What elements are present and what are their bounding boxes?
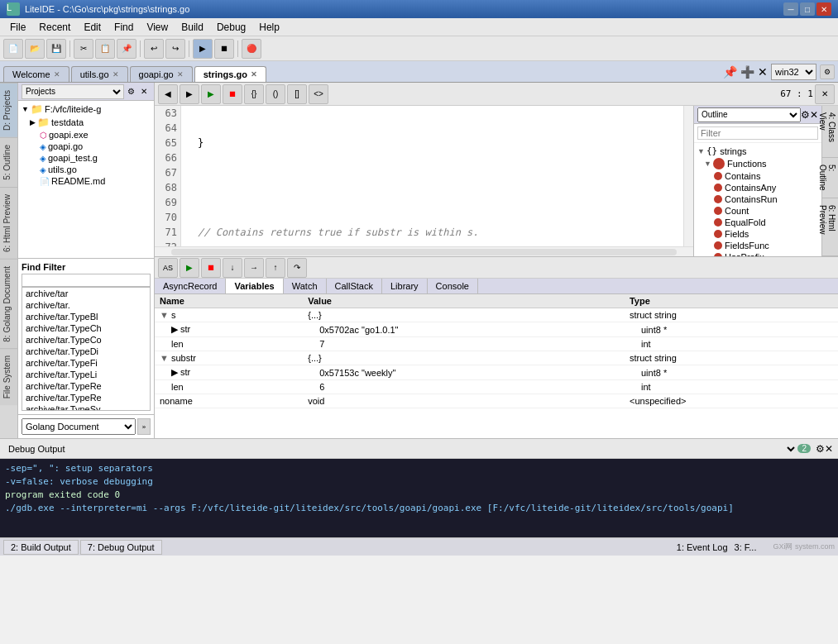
tree-item-goapi-test[interactable]: ◈ goapi_test.g — [20, 152, 152, 164]
statusbar-tab-debug[interactable]: 7: Debug Output — [80, 540, 162, 555]
outline-select[interactable]: Outline — [697, 107, 801, 122]
et-step2[interactable]: () — [266, 84, 285, 104]
outline-item-count[interactable]: Count — [696, 205, 820, 217]
menu-edit[interactable]: Edit — [77, 20, 108, 35]
debug-tab-callstack[interactable]: CallStack — [327, 279, 382, 293]
debug-run-to-btn[interactable]: ↷ — [287, 258, 307, 278]
outline-root[interactable]: ▼ {} strings — [696, 145, 820, 157]
debug-step-out-btn[interactable]: ↑ — [266, 258, 285, 278]
pkg-item-7[interactable]: archive/tar.TypeLi — [22, 369, 150, 380]
et-step1[interactable]: {} — [244, 84, 264, 104]
project-settings-icon[interactable]: ⚙ — [124, 85, 137, 98]
rvt-outline[interactable]: 5: Outline — [822, 158, 838, 198]
debug-output-close[interactable]: ✕ — [825, 443, 833, 455]
debug-output-select[interactable]: Debug Output — [5, 441, 797, 457]
debug-tab-library[interactable]: Library — [382, 279, 428, 293]
async-record-btn[interactable]: AS — [158, 258, 178, 278]
var-row-substr[interactable]: substr {...} struct string — [155, 351, 838, 365]
project-close-icon[interactable]: ✕ — [137, 85, 151, 98]
paste-button[interactable]: 📌 — [117, 39, 136, 59]
code-editor[interactable]: } // Contains returns true if substr is … — [181, 106, 683, 246]
debug-output-settings[interactable]: ⚙ — [816, 443, 825, 455]
find-filter-input[interactable] — [22, 274, 151, 287]
debug-tab-console[interactable]: Console — [428, 279, 478, 293]
rvt-class-view[interactable]: 4: Class View — [822, 106, 838, 158]
redo-button[interactable]: ↪ — [165, 39, 185, 59]
sidebar-tab-html-preview[interactable]: 6: Html Preview — [0, 187, 17, 259]
menu-view[interactable]: View — [140, 20, 175, 35]
pkg-item-8[interactable]: archive/tar.TypeRe — [22, 380, 150, 392]
new-button[interactable]: 📄 — [3, 39, 23, 59]
pkg-item-9[interactable]: archive/tar.TypeRe — [22, 392, 150, 403]
h-scroll-thumb[interactable] — [171, 249, 677, 255]
debug-button[interactable]: 🔴 — [242, 39, 261, 59]
var-row-s[interactable]: s {...} struct string — [155, 308, 838, 322]
debug-stop-btn[interactable]: ⏹ — [201, 258, 221, 278]
rvt-html-preview[interactable]: 6: Html Preview — [822, 198, 838, 256]
target-settings-button[interactable]: ⚙ — [820, 64, 835, 79]
outline-item-fields[interactable]: Fields — [696, 228, 820, 240]
debug-tab-watch[interactable]: Watch — [284, 279, 327, 293]
et-run[interactable]: ▶ — [201, 84, 221, 104]
pkg-item-3[interactable]: archive/tar.TypeCh — [22, 322, 150, 334]
outline-item-fieldsfunc[interactable]: FieldsFunc — [696, 240, 820, 251]
et-step4[interactable]: <> — [309, 84, 328, 104]
outline-item-equalfold[interactable]: EqualFold — [696, 217, 820, 228]
pkg-item-1[interactable]: archive/tar. — [22, 299, 150, 311]
copy-button[interactable]: 📋 — [95, 39, 115, 59]
tab-add-button[interactable]: ➕ — [740, 65, 754, 79]
menu-build[interactable]: Build — [175, 20, 210, 35]
golang-doc-select[interactable]: Golang Document — [22, 418, 136, 435]
et-step3[interactable]: [] — [287, 84, 307, 104]
sidebar-tab-projects[interactable]: D: Projects — [0, 83, 17, 137]
maximize-button[interactable]: □ — [800, 2, 815, 16]
debug-play-btn[interactable]: ▶ — [180, 258, 199, 278]
outline-item-containsany[interactable]: ContainsAny — [696, 182, 820, 193]
outline-item-containsrun[interactable]: ContainsRun — [696, 193, 820, 205]
build-button[interactable]: ▶ — [193, 39, 213, 59]
status-f[interactable]: 3: F... — [735, 542, 757, 552]
golang-doc-expand[interactable]: » — [137, 418, 151, 435]
menu-debug[interactable]: Debug — [210, 20, 252, 35]
pkg-item-0[interactable]: archive/tar — [22, 288, 150, 299]
projects-dropdown[interactable]: Projects — [22, 84, 124, 99]
tab-welcome-close[interactable]: ✕ — [54, 70, 60, 79]
status-event-log[interactable]: 1: Event Log — [677, 542, 728, 552]
tree-item-goapi-go[interactable]: ◈ goapi.go — [20, 141, 152, 152]
open-button[interactable]: 📂 — [25, 39, 45, 59]
pkg-item-2[interactable]: archive/tar.TypeBl — [22, 311, 150, 322]
target-select[interactable]: win32 linux darwin — [771, 64, 816, 80]
et-back[interactable]: ◀ — [158, 84, 178, 104]
pkg-item-4[interactable]: archive/tar.TypeCo — [22, 334, 150, 346]
undo-button[interactable]: ↩ — [144, 39, 164, 59]
et-stop[interactable]: ⏹ — [223, 84, 242, 104]
pkg-item-10[interactable]: archive/tar.TypeSy — [22, 403, 150, 411]
close-button[interactable]: ✕ — [816, 2, 831, 16]
tab-pin-button[interactable]: 📌 — [723, 65, 737, 79]
stop-button[interactable]: ⏹ — [214, 39, 234, 59]
pkg-item-5[interactable]: archive/tar.TypeDi — [22, 346, 150, 357]
outline-filter-input[interactable] — [697, 126, 818, 140]
tab-goapi-close[interactable]: ✕ — [177, 70, 184, 79]
tab-welcome[interactable]: Welcome ✕ — [3, 66, 69, 82]
outline-close-icon[interactable]: ✕ — [810, 109, 818, 121]
menu-find[interactable]: Find — [108, 20, 140, 35]
outline-settings-icon[interactable]: ⚙ — [801, 109, 810, 121]
cut-button[interactable]: ✂ — [74, 39, 93, 59]
debug-tab-variables[interactable]: Variables — [226, 279, 283, 293]
sidebar-tab-outline[interactable]: 5: Outline — [0, 137, 17, 187]
tab-utils-close[interactable]: ✕ — [113, 70, 119, 79]
tab-utils[interactable]: utils.go ✕ — [71, 66, 128, 82]
et-close[interactable]: ✕ — [815, 84, 835, 104]
debug-step-over-btn[interactable]: → — [244, 258, 264, 278]
et-fwd[interactable]: ▶ — [180, 84, 199, 104]
tree-item-testdata[interactable]: ▶ 📁 testdata — [20, 116, 152, 129]
outline-item-contains[interactable]: Contains — [696, 170, 820, 182]
tab-goapi[interactable]: goapi.go ✕ — [130, 66, 193, 82]
pkg-item-6[interactable]: archive/tar.TypeFi — [22, 357, 150, 369]
outline-functions[interactable]: ▼ Functions — [696, 157, 820, 170]
editor-scrollbar[interactable] — [683, 106, 693, 246]
menu-recent[interactable]: Recent — [32, 20, 77, 35]
minimize-button[interactable]: ─ — [783, 2, 798, 16]
tab-strings-close[interactable]: ✕ — [251, 70, 257, 79]
